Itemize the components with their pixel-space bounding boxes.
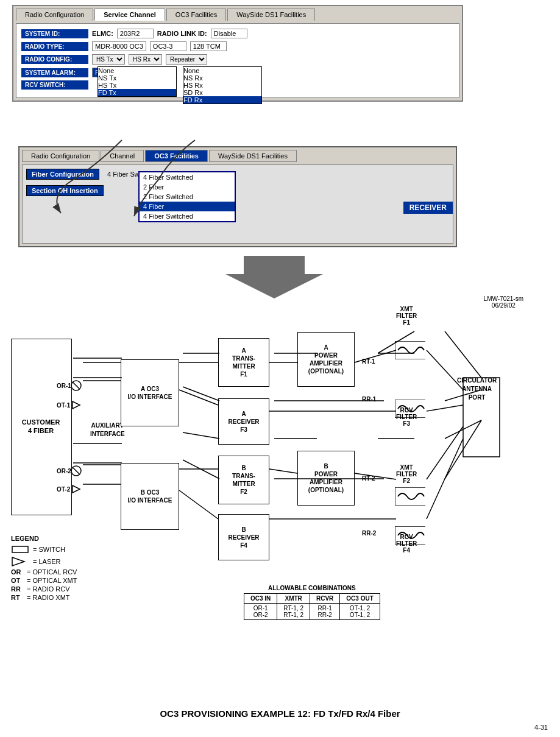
svg-line-8 — [183, 432, 219, 439]
combo-header-oc3out: OC3 OUT — [340, 594, 380, 604]
a-trans-label: A TRANS- MITTER F1 — [232, 347, 255, 378]
radio-config-dropdown3[interactable]: Repeater — [166, 54, 207, 65]
svg-line-20 — [445, 420, 481, 479]
hs-tx-option-none[interactable]: None — [98, 67, 176, 74]
svg-line-42 — [269, 469, 297, 473]
tab2-oc3-facilities[interactable]: OC3 Facilities — [145, 150, 208, 162]
radio-config-dropdown1[interactable]: HS Tx None NS Tx FD Tx — [92, 54, 125, 65]
second-panel: Radio Configuration Channel OC3 Faciliti… — [18, 146, 457, 247]
rr1-label: RR-1 — [362, 396, 376, 403]
tab2-radio-config[interactable]: Radio Configuration — [22, 150, 99, 162]
a-transmitter-box: A TRANS- MITTER F1 — [218, 338, 269, 387]
legend-title: LEGEND — [11, 535, 77, 542]
receiver-bar: RECEIVER — [403, 202, 453, 214]
xmt-filter-f2-label: XMTFILTERF2 — [396, 464, 417, 484]
elmc-value[interactable]: 203R2 — [117, 29, 154, 38]
tab-oc3-facilities[interactable]: OC3 Facilities — [166, 9, 226, 21]
tab2-wayside-ds1[interactable]: WaySide DS1 Facilities — [209, 150, 297, 162]
legend-rt-abbr: RT — [11, 594, 23, 601]
ot2-label: OT-2 — [57, 486, 70, 493]
legend-switch-item: = SWITCH — [11, 544, 77, 555]
svg-rect-27 — [395, 341, 425, 359]
radio-link-id-value[interactable]: Disable — [211, 29, 247, 38]
customer-fiber-label: CUSTOMER4 FIBER — [13, 418, 68, 436]
second-panel-content: Fiber Configuration 4 Fiber Switched Sec… — [22, 164, 453, 244]
svg-line-18 — [445, 420, 481, 439]
combo-cell-oc3in-1: OR-1OR-2 — [244, 604, 277, 620]
top-tab-bar: Radio Configuration Service Channel OC3 … — [16, 9, 459, 21]
top-panel: Radio Configuration Service Channel OC3 … — [12, 5, 463, 102]
a-receiver-box: A RECEIVER F3 — [218, 398, 269, 445]
fiber-opt-4switched-top[interactable]: 4 Fiber Switched — [140, 172, 235, 182]
radio-type-val1: MDR-8000 OC3 — [92, 41, 146, 51]
hs-rx-option-none[interactable]: None — [183, 67, 261, 74]
hs-rx-option-sdrx[interactable]: SD Rx — [183, 89, 261, 96]
combo-header-xmtr: XMTR — [277, 594, 310, 604]
hs-rx-dropdown: None NS Rx HS Rx SD Rx FD Rx — [183, 66, 262, 104]
svg-marker-23 — [73, 401, 80, 409]
combo-row-1: OR-1OR-2 RT-1, 2RT-1, 2 RR-1RR-2 OT-1, 2… — [244, 604, 380, 620]
fiber-opt-2switched[interactable]: 2 Fiber Switched — [140, 192, 235, 202]
allowable-table: OC3 IN XMTR RCVR OC3 OUT OR-1OR-2 RT-1, … — [244, 593, 380, 620]
legend-laser-item: = LASER — [11, 556, 77, 567]
hs-rx-option-nsrx[interactable]: NS Rx — [183, 74, 261, 82]
svg-line-34 — [179, 390, 218, 405]
radio-config-dropdown2[interactable]: HS Rx None NS Rx SD Rx FD Rx — [129, 54, 162, 65]
legend-rr-item: RR = RADIO RCV — [11, 585, 77, 593]
a-oc3-interface-box: A OC3 I/O INTERFACE — [121, 359, 179, 426]
radio-config-row: RADIO CONFIG: HS Tx None NS Tx FD Tx HS … — [21, 54, 454, 65]
legend-switch-label: = SWITCH — [33, 546, 65, 553]
svg-line-9 — [183, 460, 219, 479]
a-power-amp-label: A POWER AMPLIFIER (OPTIONAL) — [308, 344, 344, 375]
fiber-opt-4fiber[interactable]: 4 Fiber — [140, 202, 235, 211]
tab-wayside-ds1[interactable]: WaySide DS1 Facilities — [227, 9, 315, 21]
b-power-amp-box: B POWER AMPLIFIER (OPTIONAL) — [297, 451, 355, 506]
switch-icon — [11, 544, 29, 555]
svg-line-7 — [183, 387, 219, 401]
a-receiver-label: A RECEIVER F3 — [228, 410, 259, 434]
legend-rr-desc: = RADIO RCV — [27, 585, 70, 593]
a-power-amp-box: A POWER AMPLIFIER (OPTIONAL) — [297, 332, 355, 387]
svg-line-41 — [179, 490, 218, 519]
rr2-label: RR-2 — [362, 530, 376, 537]
legend-rt-item: RT = RADIO XMT — [11, 594, 77, 601]
b-trans-label: B TRANS- MITTER F2 — [232, 464, 255, 496]
lmw-label: LMW-7021-sm 06/29/02 — [484, 295, 523, 309]
combo-header-row: OC3 IN XMTR RCVR OC3 OUT — [244, 594, 380, 604]
b-receiver-box: B RECEIVER F4 — [218, 514, 269, 560]
hs-rx-option-fdrx[interactable]: FD Rx — [183, 96, 261, 104]
svg-line-22 — [73, 382, 80, 389]
fiber-opt-2fiber[interactable]: 2 Fiber — [140, 182, 235, 192]
svg-rect-30 — [395, 526, 425, 545]
legend-ot-desc: = OPTICAL XMT — [27, 577, 77, 584]
hs-tx-option-nstx[interactable]: NS Tx — [98, 74, 176, 82]
tab2-channel[interactable]: Channel — [101, 150, 144, 162]
tab-radio-config[interactable]: Radio Configuration — [16, 9, 93, 21]
b-oc3-interface-box: B OC3 I/O INTERFACE — [121, 463, 179, 530]
section-oh-btn[interactable]: Section OH Insertion — [26, 185, 104, 196]
tab-service-channel[interactable]: Service Channel — [94, 9, 165, 21]
fiber-opt-4switched[interactable]: 4 Fiber Switched — [140, 211, 235, 221]
rcv-filter-f3-symbol — [395, 400, 425, 418]
xmt-filter-f2-symbol — [395, 487, 425, 506]
fiber-config-btn[interactable]: Fiber Configuration — [26, 169, 99, 180]
rcv-switch-label: RCV SWITCH: — [21, 80, 88, 90]
xmt-filter-f1-symbol — [395, 341, 425, 359]
hs-rx-option-hsrx[interactable]: HS Rx — [183, 82, 261, 89]
legend-rt-desc: = RADIO XMT — [27, 594, 70, 601]
page-number: 4-31 — [534, 724, 548, 731]
radio-type-val3: 128 TCM — [190, 41, 227, 51]
hs-tx-option-hstx[interactable]: HS Tx — [98, 82, 176, 89]
svg-marker-51 — [12, 557, 24, 566]
circulator-label: CIRCULATORANTENNAPORT — [457, 376, 497, 402]
hs-tx-dropdown: None NS Tx HS Tx FD Tx — [97, 66, 177, 97]
combo-header-oc3in: OC3 IN — [244, 594, 277, 604]
radio-type-row: RADIO TYPE: MDR-8000 OC3 OC3-3 128 TCM — [21, 41, 454, 51]
diagram-lines-svg — [0, 317, 560, 591]
combo-header-rcvr: RCVR — [310, 594, 339, 604]
radio-link-id-label: RADIO LINK ID: — [157, 30, 207, 37]
radio-type-label: RADIO TYPE: — [21, 42, 88, 51]
legend-laser-label: = LASER — [33, 558, 61, 565]
hs-tx-option-fdtx[interactable]: FD Tx — [98, 89, 176, 96]
svg-rect-28 — [395, 487, 425, 506]
